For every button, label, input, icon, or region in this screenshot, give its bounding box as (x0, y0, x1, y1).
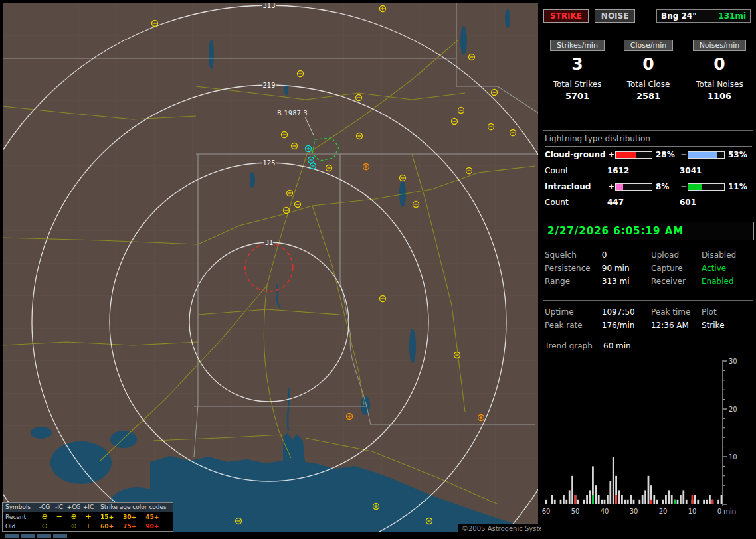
info-rows: Uptime1097:50Peak timePlotPeak rate176/m… (545, 305, 755, 332)
info-label: Upload (651, 250, 702, 260)
trend-bar-strikes (554, 500, 556, 504)
plus-bar (615, 183, 652, 191)
plus-count: 1612 (607, 166, 680, 175)
age-code: 15+ (100, 512, 114, 522)
stat-total-value: 1106 (684, 91, 755, 101)
stat-column: Close/min0Total Close2581 (613, 40, 684, 101)
trend-bar-strikes (648, 476, 650, 504)
info-value: Active (702, 264, 755, 273)
trend-y-label: 20 (729, 406, 737, 413)
info-label: Peak time (651, 307, 702, 317)
trend-x-label: 0 min (717, 508, 736, 515)
trend-bar-strikes (671, 495, 673, 504)
trend-bar-strikes (709, 495, 711, 504)
legend-row-label: Old (3, 522, 37, 531)
legend-col-cg-neg: -CG (37, 503, 52, 512)
stat-rate-value: 3 (542, 55, 613, 74)
distribution-row: Cloud-ground+28%−53% (545, 147, 755, 162)
plus-bar (615, 151, 652, 159)
trend-bar-strikes (609, 481, 611, 504)
noise-button[interactable]: NOISE (595, 9, 636, 23)
legend-header: Symbols -CG -IC +CG +IC Strike age color… (3, 503, 173, 512)
trend-x-label: 40 (601, 508, 609, 515)
trend-bar-strikes (638, 500, 640, 504)
trend-bar-strikes (563, 495, 565, 504)
stat-label-button[interactable]: Close/min (624, 40, 673, 51)
legend-col-cg-pos: +CG (66, 503, 81, 512)
trend-bar-intracloud (674, 500, 676, 504)
cg-negative-icon: ⊖ (37, 513, 52, 521)
trend-bar-strikes (618, 490, 620, 504)
legend-footer-segments (5, 534, 67, 538)
info-label: Range (545, 277, 602, 286)
ic-negative-icon: − (52, 522, 66, 530)
trend-bar-strikes (601, 500, 603, 504)
stat-label-button[interactable]: Strikes/min (550, 40, 605, 51)
trend-y-label: 10 (729, 453, 737, 461)
trend-bar-strikes (665, 495, 667, 504)
info-label: Capture (651, 264, 702, 273)
info-value: 1097:50 (602, 307, 651, 317)
info-label: Disabled (702, 250, 755, 260)
stat-total-label: Total Strikes (542, 80, 613, 89)
range-ring-label: 31 (265, 239, 274, 246)
trend-bar-strikes (607, 495, 609, 504)
trend-bar-cloud-ground (692, 495, 694, 504)
segment (21, 534, 35, 538)
legend-row-label: Recent (3, 512, 37, 522)
lightning-map[interactable]: B-1987-3- 31125219313 (3, 3, 538, 532)
legend-ages-title: Strike age color codes (96, 503, 173, 512)
trend-x-label: 20 (659, 508, 668, 515)
trend-bar-strikes (613, 457, 614, 504)
trend-bar-strikes (677, 500, 679, 504)
trend-bar-intracloud (592, 495, 594, 504)
divider (543, 130, 753, 131)
segment (53, 534, 67, 538)
trend-bar-strikes (697, 500, 699, 504)
info-label: Uptime (545, 307, 602, 317)
trend-bar-strikes (627, 500, 629, 504)
age-code: 90+ (145, 522, 159, 531)
plus-bar-fill (616, 184, 623, 190)
legend-row: Old⊖−⊕+60+75+90+ (3, 522, 173, 531)
settings-row: Persistence90 minCaptureActive (545, 262, 755, 275)
trend-bar-strikes (717, 500, 719, 504)
legend-symbols-title: Symbols (3, 503, 37, 512)
range-ring-label: 125 (262, 159, 275, 167)
bearing-value: Bng 24° (661, 11, 696, 21)
trend-bar-cloud-ground (711, 500, 713, 504)
minus-bar-fill (688, 184, 702, 190)
plus-percent: 8% (652, 182, 680, 191)
distance-value: 131mi (718, 11, 746, 21)
info-label: Persistence (545, 264, 602, 273)
distribution-name: Intracloud (545, 182, 607, 191)
trend-bar-strikes (682, 490, 684, 504)
trend-x-label: 50 (571, 508, 580, 515)
strike-button[interactable]: STRIKE (543, 9, 589, 23)
stat-label-button[interactable]: Noises/min (693, 40, 747, 51)
info-value: 12:36 AM (651, 321, 702, 330)
stat-column: Noises/min0Total Noises1106 (684, 40, 755, 101)
minus-percent: 11% (725, 182, 752, 191)
trend-bar-strikes (545, 500, 547, 504)
plus-sign: + (607, 150, 615, 159)
stats-row: Strikes/min3Total Strikes5701Close/min0T… (542, 40, 755, 101)
ic-negative-icon: − (52, 513, 66, 521)
trend-x-label: 30 (630, 508, 638, 515)
minus-percent: 53% (725, 150, 752, 159)
symbols-legend: Symbols -CG -IC +CG +IC Strike age color… (2, 502, 173, 532)
trend-bar-strikes (668, 490, 670, 504)
info-value: Strike (702, 321, 755, 330)
stat-column: Strikes/min3Total Strikes5701 (542, 40, 613, 101)
trend-bar-strikes (644, 490, 646, 504)
info-label: Squelch (545, 250, 602, 260)
plus-percent: 28% (652, 150, 680, 159)
info-value: 176/min (602, 321, 651, 330)
trend-bar-strikes (569, 490, 571, 504)
range-ring-label: 219 (262, 82, 275, 89)
trend-bar-strikes (706, 500, 708, 504)
minus-sign: − (680, 182, 688, 191)
plus-count: 447 (607, 198, 680, 207)
info-label: Peak rate (545, 321, 602, 330)
panel-header: STRIKE NOISE Bng 24° 131mi (543, 9, 753, 24)
